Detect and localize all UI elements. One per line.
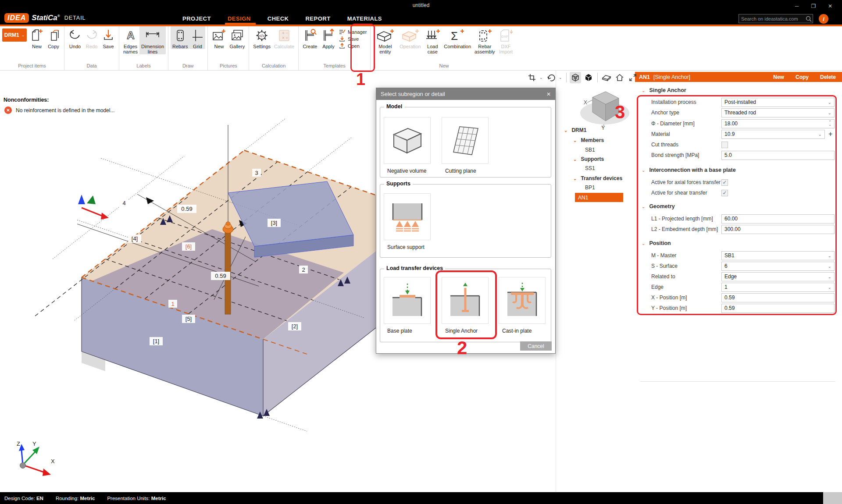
tile-label-cutting-plane[interactable]: Cutting plane bbox=[445, 168, 476, 174]
undo-button[interactable]: Undo bbox=[67, 26, 83, 49]
edge-select[interactable]: 1⌄ bbox=[721, 283, 835, 292]
save-button[interactable]: Save bbox=[100, 26, 117, 49]
zoom-extents-button[interactable] bbox=[627, 72, 639, 83]
x-position-input[interactable]: 0.59 bbox=[721, 293, 835, 302]
copy-project-item-button[interactable]: Copy bbox=[45, 26, 62, 49]
search-icon[interactable] bbox=[806, 16, 813, 22]
dialog-close-icon[interactable]: ✕ bbox=[546, 91, 551, 97]
tile-label-cast-in-plate[interactable]: Cast-in plate bbox=[502, 328, 532, 334]
chevron-down-icon[interactable]: ⌄ bbox=[559, 75, 563, 80]
tile-cast-in-plate[interactable] bbox=[499, 277, 546, 324]
panel-delete-button[interactable]: Delete bbox=[820, 74, 836, 80]
tab-project[interactable]: PROJECT bbox=[182, 15, 211, 22]
tree-item-sb1[interactable]: SB1 bbox=[585, 146, 595, 154]
model-entity-button[interactable]: Model entity bbox=[373, 26, 397, 54]
operation-button[interactable]: Operation bbox=[397, 26, 423, 49]
projected-length-input[interactable]: 60.00 bbox=[721, 214, 835, 224]
tab-check[interactable]: CHECK bbox=[268, 15, 289, 22]
project-item-dropdown[interactable]: DRM1⌄ bbox=[2, 28, 27, 42]
diameter-stepper[interactable]: 18.00⌃⌄ bbox=[721, 119, 835, 128]
wireframe-view-button[interactable] bbox=[570, 72, 581, 83]
chevron-down-icon[interactable]: ⌄ bbox=[573, 176, 577, 181]
shear-transfer-checkbox[interactable] bbox=[721, 190, 728, 196]
panel-copy-button[interactable]: Copy bbox=[796, 74, 809, 80]
spinner-icons[interactable]: ⌃⌄ bbox=[828, 121, 831, 126]
negative-volume-icon bbox=[389, 125, 425, 156]
anchor-type-select[interactable]: Threaded rod⌄ bbox=[721, 108, 835, 117]
rotate-view-icon[interactable] bbox=[546, 72, 557, 83]
minimize-button[interactable]: ─ bbox=[788, 0, 805, 12]
dialog-titlebar[interactable]: Select subregion or detail ✕ bbox=[376, 88, 555, 100]
axial-transfer-checkbox[interactable] bbox=[721, 179, 728, 186]
tree-item-transfer-devices[interactable]: ⌄Transfer devices bbox=[573, 174, 622, 183]
rebars-toggle[interactable]: Rebars bbox=[171, 26, 189, 49]
edges-names-toggle[interactable]: A Edges names bbox=[121, 26, 139, 54]
tab-report[interactable]: REPORT bbox=[305, 15, 330, 22]
settings-button[interactable]: </> Settings bbox=[251, 26, 272, 49]
chevron-down-icon[interactable]: ⌄ bbox=[573, 157, 577, 162]
tree-item-an1-selected[interactable]: AN1 bbox=[575, 193, 623, 202]
rebar-assembly-button[interactable]: Rebar assembly bbox=[473, 26, 496, 54]
maximize-button[interactable]: ❐ bbox=[805, 0, 822, 12]
search-box[interactable] bbox=[739, 14, 813, 23]
tile-negative-volume[interactable] bbox=[384, 117, 431, 164]
tree-item-ss1[interactable]: SS1 bbox=[585, 164, 595, 173]
window-title: untitled bbox=[0, 2, 842, 8]
y-position-input[interactable]: 0.59 bbox=[721, 304, 835, 313]
chevron-down-icon[interactable]: ⌄ bbox=[539, 75, 544, 80]
dimension-lines-toggle[interactable]: Dimension lines bbox=[139, 26, 166, 54]
master-select[interactable]: SB1⌄ bbox=[721, 251, 835, 260]
bond-strength-input[interactable]: 5.0 bbox=[721, 151, 835, 160]
new-project-item-button[interactable]: New bbox=[29, 26, 45, 49]
plane-view-button[interactable] bbox=[601, 72, 612, 83]
cut-threads-checkbox[interactable] bbox=[721, 142, 728, 148]
tile-base-plate[interactable] bbox=[384, 277, 431, 324]
embedment-depth-input[interactable]: 300.00 bbox=[721, 225, 835, 234]
dxf-import-button[interactable]: DXF DXF Import bbox=[497, 26, 515, 54]
tile-label-base-plate[interactable]: Base plate bbox=[387, 328, 412, 334]
section-single-anchor[interactable]: ⌄Single Anchor bbox=[642, 87, 686, 93]
load-case-button[interactable]: Load case bbox=[423, 26, 442, 54]
tile-single-anchor[interactable] bbox=[442, 277, 489, 324]
grid-toggle[interactable]: Grid bbox=[189, 26, 205, 49]
close-button[interactable]: ✕ bbox=[822, 0, 838, 12]
template-open-button[interactable]: Open bbox=[339, 43, 367, 49]
tree-item-members[interactable]: ⌄Members bbox=[573, 136, 604, 145]
chevron-down-icon[interactable]: ⌄ bbox=[573, 138, 577, 143]
material-select[interactable]: 10.9⌄ bbox=[721, 130, 825, 139]
tab-design[interactable]: DESIGN bbox=[228, 15, 251, 22]
tile-cutting-plane[interactable] bbox=[442, 117, 489, 164]
tile-label-surface-support[interactable]: Surface support bbox=[387, 244, 425, 250]
surface-select[interactable]: 6⌄ bbox=[721, 262, 835, 271]
clipping-box-icon[interactable] bbox=[526, 72, 538, 83]
tab-materials[interactable]: MATERIALS bbox=[347, 15, 382, 22]
home-view-button[interactable] bbox=[614, 72, 625, 83]
tree-item-supports[interactable]: ⌄Supports bbox=[573, 155, 604, 163]
template-manager-button[interactable]: Manager bbox=[339, 29, 367, 35]
combination-button[interactable]: Σ Combination bbox=[442, 26, 473, 49]
tree-item-bp1[interactable]: BP1 bbox=[585, 183, 595, 192]
related-to-select[interactable]: Edge⌄ bbox=[721, 272, 835, 281]
gallery-button[interactable]: Gallery bbox=[228, 26, 246, 49]
tile-label-negative-volume[interactable]: Negative volume bbox=[387, 168, 426, 174]
template-create-button[interactable]: Create bbox=[301, 26, 319, 49]
new-picture-button[interactable]: New bbox=[210, 26, 228, 49]
add-material-button[interactable]: + bbox=[828, 130, 832, 138]
redo-button[interactable]: Redo bbox=[83, 26, 100, 49]
navigation-cube[interactable]: X Y bbox=[577, 84, 634, 134]
template-save-button[interactable]: Save bbox=[339, 36, 367, 42]
info-icon[interactable]: i bbox=[819, 14, 828, 24]
section-geometry[interactable]: ⌄Geometry bbox=[642, 203, 675, 209]
section-interconnection[interactable]: ⌄Interconnection with a base plate bbox=[642, 167, 736, 173]
tile-surface-support[interactable] bbox=[384, 193, 431, 240]
solid-view-button[interactable] bbox=[583, 72, 594, 83]
calculate-button[interactable]: + −× ÷ Calculate bbox=[272, 26, 296, 49]
installation-process-select[interactable]: Post-installed⌄ bbox=[721, 98, 835, 107]
tile-label-single-anchor[interactable]: Single Anchor bbox=[445, 328, 478, 334]
cancel-button[interactable]: Cancel bbox=[520, 341, 552, 351]
section-position[interactable]: ⌄Position bbox=[642, 240, 671, 246]
search-input[interactable] bbox=[739, 16, 806, 21]
template-apply-button[interactable]: Apply bbox=[319, 26, 338, 49]
chevron-down-icon[interactable]: ⌄ bbox=[564, 128, 567, 133]
panel-new-button[interactable]: New bbox=[773, 74, 784, 80]
